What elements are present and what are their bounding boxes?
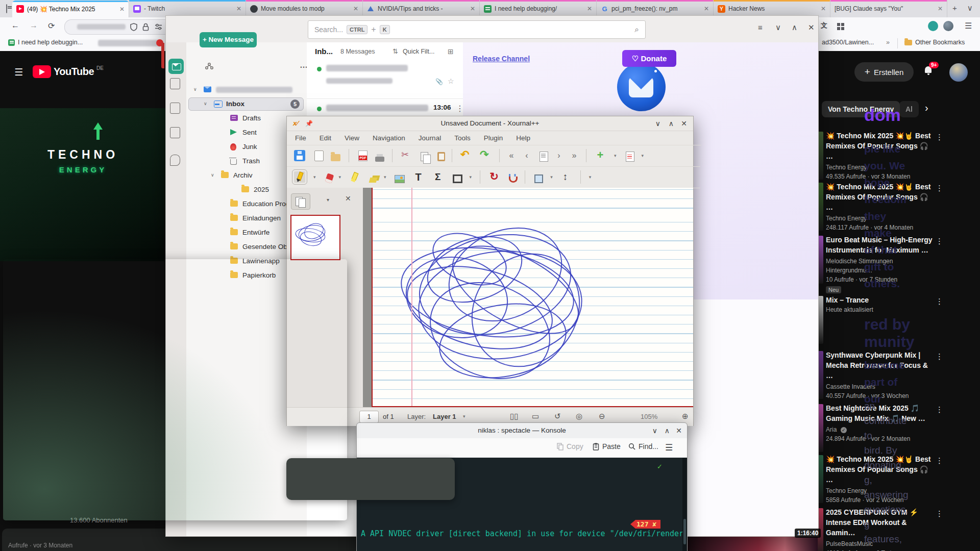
xo-close-button[interactable]: ✕ — [681, 116, 687, 131]
rotate-red-icon[interactable] — [488, 171, 500, 183]
video-menu-icon[interactable]: ⋮ — [936, 297, 938, 306]
video-menu-icon[interactable]: ⋮ — [936, 237, 938, 246]
zoom-fit-icon[interactable]: ◎ — [576, 412, 582, 421]
forward-button[interactable]: → — [30, 21, 38, 30]
find-button[interactable]: Find... — [628, 442, 658, 450]
lock-icon[interactable] — [142, 23, 149, 31]
fediverse-icon[interactable] — [205, 62, 214, 71]
chevron-down-icon[interactable]: ∨ — [204, 101, 207, 106]
avatar[interactable] — [949, 63, 968, 82]
video-thumbnail-hero[interactable]: TECHNO ENERGY — [0, 108, 166, 261]
shield-icon[interactable] — [130, 23, 137, 31]
bookmark-item-right[interactable]: ad3500/Lawinen... — [822, 39, 874, 46]
add-page-icon[interactable]: + — [595, 150, 606, 161]
k-minimize-button[interactable]: ∨ — [652, 423, 657, 438]
select-rubber-icon[interactable] — [369, 178, 378, 183]
new-message-button[interactable]: + New Message — [200, 32, 257, 47]
tab-dropdown-button[interactable]: ∨ — [962, 0, 978, 17]
snap-blue-icon[interactable] — [534, 174, 543, 183]
video-menu-icon[interactable]: ⋮ — [936, 133, 938, 142]
nav-first-icon[interactable]: « — [508, 150, 515, 161]
sidebar-close-button[interactable]: ✕ — [345, 194, 351, 203]
image-icon[interactable] — [395, 175, 405, 183]
app-menu-icon[interactable]: ≡ — [758, 23, 763, 32]
copy-button[interactable]: Copy — [557, 442, 583, 450]
dropdown-arrow-icon[interactable]: ▾ — [384, 174, 386, 180]
tab-close-icon[interactable]: ✕ — [119, 6, 125, 13]
pair-pages-icon[interactable]: ▯▯ — [510, 412, 519, 421]
dropdown-arrow-icon[interactable]: ▾ — [642, 153, 644, 158]
redo-icon[interactable] — [480, 150, 491, 161]
tb-maximize-button[interactable]: ∧ — [792, 23, 797, 32]
tb-minimize-button[interactable]: ∨ — [775, 23, 781, 32]
calendar-icon[interactable] — [170, 103, 180, 114]
browser-tab-1[interactable]: - Twitch ✕ — [129, 0, 246, 17]
suggested-video-3[interactable]: Mix – TranceHeute aktualisiert — [826, 295, 934, 314]
page-number-input[interactable]: 1 — [359, 411, 379, 423]
bookmark-item[interactable]: I need help debuggin... — [8, 39, 83, 46]
tab-close-icon[interactable]: ✕ — [587, 5, 592, 12]
nav-last-icon[interactable]: » — [571, 150, 578, 161]
video-menu-icon[interactable]: ⋮ — [936, 352, 938, 361]
konsole-menu-icon[interactable]: ☰ — [665, 442, 673, 453]
video-menu-icon[interactable]: ⋮ — [936, 405, 938, 414]
menu-view[interactable]: View — [345, 134, 359, 142]
zoom-out-icon[interactable]: ⊖ — [599, 412, 605, 421]
translate-icon[interactable]: 文 — [821, 21, 827, 30]
page-thumbnail[interactable] — [290, 215, 340, 260]
pin-icon[interactable]: 📌 — [305, 116, 313, 131]
paste-icon[interactable] — [437, 152, 445, 161]
math-icon[interactable]: Σ — [432, 171, 444, 183]
preview-tab-button[interactable] — [291, 193, 310, 210]
dropdown-arrow-icon[interactable]: ▾ — [589, 174, 592, 180]
layer-dropdown-arrow[interactable]: ▾ — [463, 414, 465, 419]
url-bar[interactable] — [64, 19, 172, 35]
fit-rotate-icon[interactable]: ↺ — [554, 412, 561, 421]
back-button[interactable]: ← — [11, 21, 19, 30]
tab-close-icon[interactable]: ✕ — [353, 5, 358, 12]
xo-minimize-button[interactable]: ∨ — [655, 116, 660, 131]
release-channel-link[interactable]: Release Channel — [473, 55, 530, 63]
tab-close-icon[interactable]: ✕ — [821, 5, 826, 12]
video-menu-icon[interactable]: ⋮ — [936, 456, 938, 465]
filter-chip-partial[interactable]: Al — [899, 101, 919, 117]
browser-tab-4[interactable]: I need help debugging/ ✕ — [480, 0, 597, 17]
layer-grid-icon[interactable] — [626, 152, 634, 162]
zoom-in-icon[interactable]: ⊕ — [682, 412, 689, 421]
menu-navigation[interactable]: Navigation — [373, 134, 405, 142]
dropdown-arrow-icon[interactable]: ▾ — [614, 153, 617, 158]
dropdown-arrow-icon[interactable]: ▾ — [550, 174, 553, 180]
menu-icon[interactable]: ☰ — [965, 21, 972, 31]
browser-tab-5[interactable]: G pci_pm_freeze(): nv_pm ✕ — [597, 0, 714, 17]
tasks-icon[interactable] — [170, 127, 180, 138]
menu-plugin[interactable]: Plugin — [484, 134, 503, 142]
reload-button[interactable]: ⟳ — [48, 21, 55, 31]
highlighter-icon[interactable] — [349, 171, 360, 183]
konsole-titlebar[interactable]: niklas : spectacle — Konsole ∨ ∧ ✕ — [357, 423, 687, 438]
dropdown-arrow-icon[interactable]: ▾ — [313, 174, 316, 180]
vspace-icon[interactable] — [561, 171, 572, 183]
message-row[interactable]: 📎 ☆ — [307, 61, 463, 99]
star-icon[interactable]: ☆ — [448, 77, 454, 85]
tab-close-icon[interactable]: ✕ — [938, 5, 943, 12]
browser-tab-2[interactable]: Move modules to modp ✕ — [246, 0, 363, 17]
print-icon[interactable] — [375, 157, 384, 162]
profile-sphere-icon[interactable] — [943, 21, 953, 31]
eraser-icon[interactable] — [325, 173, 334, 183]
quick-filter-button[interactable]: Quick Filt... — [403, 48, 435, 55]
dropdown-arrow-icon[interactable]: ▾ — [470, 174, 472, 180]
k-maximize-button[interactable]: ∧ — [665, 423, 670, 438]
open-folder-icon[interactable] — [331, 154, 340, 161]
page-badge-icon[interactable] — [540, 152, 548, 162]
account-icon[interactable] — [928, 21, 938, 31]
xournal-titlebar[interactable]: x⁄ 📌 Unsaved Document - Xournal++ ∨ ∧ ✕ — [287, 116, 693, 131]
window-minimize-button[interactable]: ∨ — [978, 0, 980, 17]
menu-journal[interactable]: Journal — [419, 134, 441, 142]
undo-icon[interactable] — [460, 150, 472, 161]
chevron-down-icon[interactable]: ∨ — [211, 172, 214, 178]
global-search-bar[interactable]: Search... CTRL + K ⌕ — [308, 20, 646, 39]
youtube-logo[interactable]: YouTube DE — [33, 65, 104, 78]
xo-maximize-button[interactable]: ∧ — [669, 116, 674, 131]
tb-close-button[interactable]: ✕ — [808, 23, 815, 32]
xournal-canvas[interactable] — [363, 188, 693, 407]
